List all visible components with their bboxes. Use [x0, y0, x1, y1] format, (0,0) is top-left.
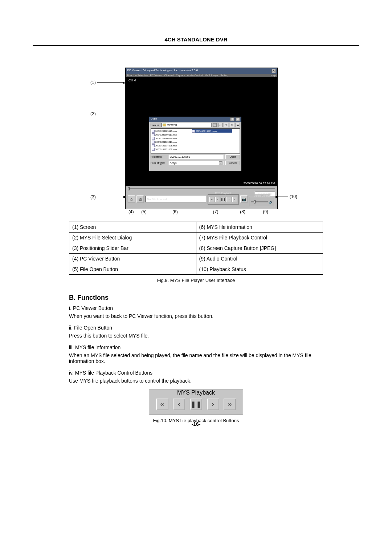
func-ii-desc: Press this button to select MYS file.: [69, 333, 323, 339]
filetype-label: Files of type:: [151, 162, 167, 164]
page-number: -16-: [0, 421, 392, 427]
func-i-title: i. PC Viewer Button: [69, 305, 323, 311]
menu-item[interactable]: PC Viewer: [150, 74, 162, 77]
file-item-label[interactable]: 20041229060117.mys: [155, 134, 177, 136]
slider-thumb[interactable]: [254, 200, 256, 203]
callout-6: (6): [151, 209, 200, 214]
header-rule: [33, 45, 359, 46]
legend-cell: (8) Screen Capture Button [JPEG]: [196, 243, 323, 254]
file-icon: [152, 144, 155, 147]
menu-item[interactable]: Audio Control: [187, 74, 203, 77]
cancel-button[interactable]: Cancel: [225, 161, 240, 165]
close-icon[interactable]: ✕: [271, 69, 276, 73]
screen-capture-button[interactable]: 📷: [240, 195, 248, 203]
rewind-icon[interactable]: ‹: [173, 399, 185, 410]
control-bar: ⌂ 🗁 No File Loaded MYS Playback « ‹ ❚❚ ›…: [126, 186, 277, 209]
file-item-label[interactable]: 20050101131502.mys: [155, 148, 177, 150]
file-icon: [152, 133, 155, 136]
menu-item[interactable]: Capture: [176, 74, 185, 77]
forward-fast-icon[interactable]: »: [232, 197, 237, 202]
playback-figure-title: MYS Playback: [149, 389, 243, 396]
lookin-combo[interactable]: VIEWER: [161, 123, 212, 127]
file-icon: [152, 148, 155, 151]
callout-9: (9): [253, 209, 278, 214]
new-folder-icon[interactable]: ✳: [230, 123, 234, 127]
menu-item[interactable]: Function Selection: [127, 74, 148, 77]
folder-icon: [163, 124, 166, 126]
lookin-value: VIEWER: [167, 124, 177, 126]
menu-bar: Function Selection PC Viewer Channel Cap…: [126, 74, 277, 77]
volume-slider[interactable]: [251, 201, 268, 202]
callout-2: (2): [89, 111, 97, 116]
file-item-label[interactable]: 20050101135751.mys: [196, 130, 217, 132]
file-open-button[interactable]: 🗁: [136, 195, 144, 203]
playback-group-label: MYS Playback: [214, 192, 232, 194]
speaker-icon[interactable]: 🔈: [269, 200, 273, 204]
callout-8: (8): [232, 209, 253, 214]
filename-input[interactable]: 20050101135751: [169, 155, 224, 159]
file-icon: [152, 130, 155, 133]
legend-cell: (6) MYS file information: [196, 222, 323, 233]
menu-item[interactable]: MYS Player: [205, 74, 218, 77]
pause-icon[interactable]: ❚❚: [190, 399, 202, 410]
pause-icon[interactable]: ❚❚: [221, 197, 226, 202]
callout-5: (5): [137, 209, 151, 214]
close-icon[interactable]: ✕: [236, 117, 240, 121]
callout-10: (10): [288, 194, 299, 199]
callout-1: (1): [89, 80, 97, 85]
file-open-dialog: Open ? ✕ Look in: VIEWER: [149, 116, 242, 171]
position-slider[interactable]: [128, 188, 275, 189]
filename-label: File name:: [151, 156, 167, 158]
rewind-icon[interactable]: ‹: [215, 197, 220, 202]
help-icon[interactable]: ?: [230, 117, 234, 121]
file-info-field: No File Loaded: [145, 196, 206, 202]
rewind-fast-icon[interactable]: «: [209, 197, 215, 202]
page-header: 4CH STANDALONE DVR: [33, 36, 359, 45]
menu-item[interactable]: Channel: [164, 74, 174, 77]
menu-help[interactable]: Help: [271, 74, 276, 77]
audio-group-label: Audio Control: [254, 194, 270, 197]
section-heading-functions: B. Functions: [69, 294, 323, 302]
play-icon[interactable]: ›: [226, 197, 232, 202]
func-i-desc: When you want to back to PC Viewer funct…: [69, 313, 323, 319]
pc-viewer-button[interactable]: ⌂: [128, 195, 135, 203]
callout-7: (7): [199, 209, 232, 214]
forward-fast-icon[interactable]: »: [224, 399, 236, 410]
chevron-down-icon[interactable]: ▾: [213, 123, 217, 127]
up-folder-icon[interactable]: ⇧: [224, 123, 228, 127]
back-icon[interactable]: ←: [218, 123, 222, 127]
views-icon[interactable]: ☰: [236, 123, 240, 127]
figure-caption-9: Fig.9. MYS File Player User Interface: [69, 278, 323, 283]
slider-thumb[interactable]: [128, 187, 130, 190]
window-title: PC Viewer - Vineyard Technologies, Inc. …: [127, 69, 198, 73]
video-screen: CH 4 2005/05/10 06:32:26 PM Open ? ✕ L: [126, 77, 277, 186]
playback-figure: MYS Playback « ‹ ❚❚ › »: [149, 389, 243, 415]
func-iii-desc: When an MYS file selected and being play…: [69, 352, 323, 364]
file-list[interactable]: 20041202185123.mys 20041229060117.mys 20…: [151, 128, 240, 154]
legend-cell: (1) Screen: [69, 222, 196, 233]
func-ii-title: ii. File Open Button: [69, 325, 323, 331]
screenshot-figure: (1) (2) (3) (10) PC Viewer - Vineyard Te…: [100, 68, 292, 214]
play-icon[interactable]: ›: [207, 399, 219, 410]
open-button[interactable]: Open: [225, 154, 240, 159]
callout-4: (4): [125, 209, 137, 214]
legend-cell: (2) MYS File Select Dialog: [69, 233, 196, 243]
chevron-down-icon[interactable]: ▾: [219, 161, 222, 165]
file-item-label[interactable]: 20050101114638.mys: [155, 145, 177, 147]
legend-cell: (3) Positioning Slider Bar: [69, 243, 196, 254]
file-item-label[interactable]: 20041229060239.mys: [155, 137, 177, 140]
filetype-select[interactable]: *.mys▾: [169, 161, 224, 165]
dialog-title: Open: [151, 117, 157, 121]
file-icon: [152, 141, 155, 144]
file-icon: [192, 130, 195, 133]
channel-label: CH 4: [128, 78, 136, 82]
legend-cell: (4) PC Viewer Button: [69, 254, 196, 264]
file-item-label[interactable]: 20041229063011.mys: [155, 141, 177, 143]
timestamp-overlay: 2005/05/10 06:32:26 PM: [243, 182, 275, 185]
rewind-fast-icon[interactable]: «: [156, 399, 168, 410]
file-item-label[interactable]: 20041202185123.mys: [155, 130, 177, 132]
func-iv-desc: Use MYS file playback buttons to control…: [69, 378, 323, 384]
menu-item[interactable]: Setting: [220, 74, 228, 77]
legend-cell: (9) Audio Control: [196, 254, 323, 264]
legend-table: (1) Screen(6) MYS file information (2) M…: [69, 222, 323, 275]
